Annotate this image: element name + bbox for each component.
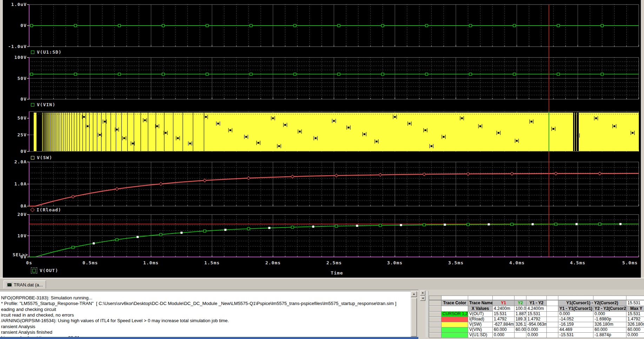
log-line: /ARNING(ORPSIM-16534): Using high values… [1,318,229,323]
waveform-plot-area[interactable] [0,0,644,278]
ytick-label: 2.0A [2,159,27,164]
table-cell [547,317,558,322]
trace-color-swatch [441,322,468,327]
y2-value: 60.00 [514,327,526,333]
legend-v-u1-sd-[interactable]: V(U1:SD) [31,49,62,55]
y2-value [514,333,526,338]
table-cell [429,317,441,322]
table-cell [547,296,558,300]
plot-window-right-border [641,0,644,278]
xtick-label: 3.0ms [379,260,411,265]
tab-label: TRAN.dat (a... [14,282,43,287]
col-header-y2: Y2 [514,300,526,306]
table-cell [558,296,593,300]
plot-tab-bar: TRAN.dat (a... [0,278,644,290]
log-line: ircuit read in and checked, no errors [1,312,74,318]
ytick-label: -1.0uV [2,44,27,49]
xtick-label: 2.5ms [318,260,350,265]
trace-color-swatch [441,333,468,338]
y2-value: 189.3 [514,317,526,322]
y2-value: 1.887 [514,312,526,317]
y2-cursor2-diff: 326.180m [593,322,626,327]
tab-tran-dat[interactable]: TRAN.dat (a... [4,280,46,289]
diamond-marker-icon [30,208,35,212]
col-header-y1: Y1 [493,300,514,306]
log-line: NFO(ORPROBE-3183): Simulation running... [1,295,92,300]
window-grip[interactable] [427,291,429,337]
table-cell [468,296,493,300]
scroll-up-button[interactable]: ▲ [411,291,417,297]
legend-v-sw-[interactable]: V(SW) [31,155,52,160]
window-grip[interactable] [426,291,427,337]
scrollbar-thumb[interactable] [411,298,417,337]
table-cell [429,322,441,327]
y2-cursor2-diff: -1.8874p [593,333,626,338]
table-cell [547,312,558,317]
y1-value: 15.531 [493,312,514,317]
y1-cursor1-diff: -14.052 [558,317,593,322]
legend-label: V(VIN) [37,102,55,107]
y1-y2-value: 0.000 [526,333,547,338]
ytick-label: 1.0uV [2,2,27,7]
col-header-y2-minus-y2c2: Y2 - Y2(Cursor2) [593,306,626,312]
y1-y2-value: 0.000 [526,327,547,333]
square-marker-icon [31,50,34,54]
legend-v-out-[interactable]: V(OUT) [31,267,58,273]
table-cell [626,296,644,300]
log-line: ransient Analysis [1,324,35,329]
trace-name: V(U1:SD) [468,333,493,338]
xtick-label: 1.5ms [196,260,228,265]
trace-color-swatch [441,317,468,322]
table-cell [526,296,547,300]
square-marker-icon [32,269,36,272]
table-cell [429,300,441,306]
max-y-value: 60.000 [626,327,644,333]
ytick-label: 20V [2,212,27,217]
log-scrollbar[interactable]: ▲ [411,291,417,339]
sel-indicator: SEL>> [13,252,28,257]
table-cell [547,327,558,333]
y2-cursor2-diff: 60.000 [593,327,626,333]
legend-label: V(OUT) [40,268,58,273]
col-header-cursor-diff: Y1(Cursor1) - Y2(Cursor2) [558,300,626,306]
table-cell [547,300,558,306]
col-header-max-y: Max Y [626,306,644,312]
close-icon[interactable]: x [420,291,425,296]
trace-name: V(SW) [468,322,493,327]
table-cell [493,296,514,300]
row-header-x-values: X Values [468,306,493,312]
table-cell [429,296,441,300]
max-y-value: 0.000 [626,333,644,338]
simulation-log-panel[interactable]: NFO(ORPROBE-3183): Simulation running...… [0,291,411,339]
legend-v-vin-[interactable]: V(VIN) [31,102,55,107]
ytick-label: 50V [2,115,27,121]
y1-value: 1.4792 [493,317,514,322]
ytick-label: 25V [2,132,27,137]
probe-plot-window[interactable]: 1.0uV0V-1.0uVV(U1:SD)100V50V0VV(VIN)50V2… [0,0,644,278]
ytick-label: 0A [2,203,27,209]
ytick-label: 10V [2,233,27,238]
y1-value: 0.000 [493,333,514,338]
collapse-arrow-icon[interactable]: ◄ [420,296,425,301]
plot-window-left-border [0,0,3,278]
square-marker-icon [31,156,34,160]
status-window-edge [0,337,418,339]
table-cell [547,322,558,327]
table-cell [547,333,558,338]
x-value-y1: 4.2400m [493,306,514,312]
ytick-label: 0V [2,149,27,154]
trace-name: V(VIN) [468,327,493,333]
log-line: eading and checking circuit [1,307,56,312]
col-header-trace-name: Trace Name [468,300,493,306]
y1-cursor1-diff: 44.469 [558,327,593,333]
ytick-label: 100V [2,55,27,60]
ytick-label: 0V [2,23,27,28]
ytick-label: 0V [2,96,27,102]
table-cell [429,327,441,333]
max-y-value: 326.180m [626,322,644,327]
legend-i-rload-[interactable]: I(Rload) [31,207,61,212]
y2-cursor2-diff: 0.000 [593,312,626,317]
col-header-y1-y2: Y1 - Y2 [526,300,547,306]
y1-y2-value: -954.063m [526,322,547,327]
table-cell [547,306,558,312]
